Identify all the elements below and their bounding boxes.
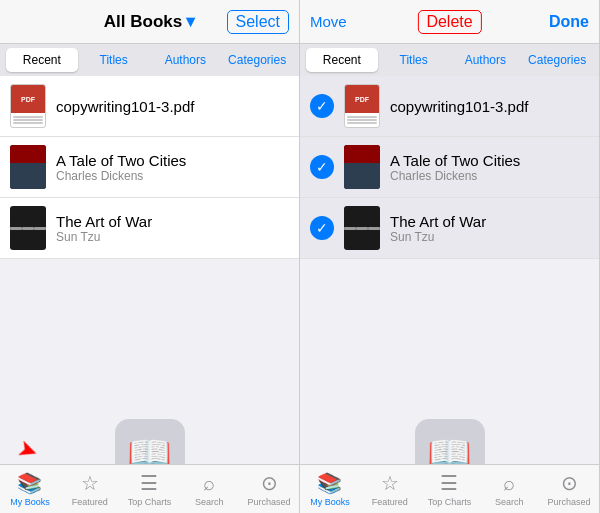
tab-bar-search-right[interactable]: ⌕ Search xyxy=(479,472,539,507)
book-item-cities-left[interactable]: A Tale of Two Cities Charles Dickens xyxy=(0,137,299,198)
book-author-cities-left: Charles Dickens xyxy=(56,169,289,183)
placeholder-icon-left: 📖 xyxy=(115,419,185,464)
tab-recent-right[interactable]: Recent xyxy=(306,48,378,72)
right-tabs: Recent Titles Authors Categories xyxy=(300,44,599,76)
mybooks-label-left: My Books xyxy=(10,497,50,507)
book-info-war-right: The Art of War Sun Tzu xyxy=(390,213,589,244)
left-panel: All Books ▾ Select Recent Titles Authors… xyxy=(0,0,300,513)
move-button[interactable]: Move xyxy=(310,13,347,30)
mybooks-icon-left: 📚 xyxy=(17,471,42,495)
tab-bar-purchased-left[interactable]: ⊙ Purchased xyxy=(239,471,299,507)
left-bottom-area: ➤ 📚 My Books ☆ Featured ☰ Top Charts ⌕ S… xyxy=(0,464,299,513)
book-item-war-right[interactable]: ✓ The Art of War Sun Tzu xyxy=(300,198,599,259)
check-pdf-right: ✓ xyxy=(310,94,334,118)
purchased-label-right: Purchased xyxy=(548,497,591,507)
book-title-war-left: The Art of War xyxy=(56,213,289,230)
war-cover-right xyxy=(344,206,380,250)
search-icon-right: ⌕ xyxy=(503,472,515,495)
tab-bar-topcharts-left[interactable]: ☰ Top Charts xyxy=(120,471,180,507)
left-header: All Books ▾ Select xyxy=(0,0,299,44)
check-war-right: ✓ xyxy=(310,216,334,240)
select-button[interactable]: Select xyxy=(227,10,289,34)
right-book-list: ✓ PDF copywriting101-3.pdf ✓ A Tale of T… xyxy=(300,76,599,464)
purchased-label-left: Purchased xyxy=(248,497,291,507)
tab-authors-right[interactable]: Authors xyxy=(450,48,522,72)
book-info-cities-left: A Tale of Two Cities Charles Dickens xyxy=(56,152,289,183)
featured-label-left: Featured xyxy=(72,497,108,507)
tab-recent-left[interactable]: Recent xyxy=(6,48,78,72)
done-button[interactable]: Done xyxy=(549,13,589,31)
book-title-pdf-right: copywriting101-3.pdf xyxy=(390,98,589,115)
check-cities-right: ✓ xyxy=(310,155,334,179)
search-icon-left: ⌕ xyxy=(203,472,215,495)
book-item-cities-right[interactable]: ✓ A Tale of Two Cities Charles Dickens xyxy=(300,137,599,198)
book-info-pdf-left: copywriting101-3.pdf xyxy=(56,98,289,115)
book-item-pdf-left[interactable]: PDF copywriting101-3.pdf xyxy=(0,76,299,137)
mybooks-label-right: My Books xyxy=(310,497,350,507)
pdf-cover-right: PDF xyxy=(344,84,380,128)
left-header-title: All Books ▾ xyxy=(104,11,195,32)
book-item-war-left[interactable]: The Art of War Sun Tzu xyxy=(0,198,299,259)
all-books-label: All Books xyxy=(104,12,182,32)
delete-button[interactable]: Delete xyxy=(417,10,481,34)
empty-area-left xyxy=(0,259,299,379)
tab-titles-right[interactable]: Titles xyxy=(378,48,450,72)
tab-categories-right[interactable]: Categories xyxy=(521,48,593,72)
tab-authors-left[interactable]: Authors xyxy=(150,48,222,72)
topcharts-label-left: Top Charts xyxy=(128,497,172,507)
tab-bar-mybooks-right[interactable]: 📚 My Books xyxy=(300,471,360,507)
tab-categories-left[interactable]: Categories xyxy=(221,48,293,72)
book-item-pdf-right[interactable]: ✓ PDF copywriting101-3.pdf xyxy=(300,76,599,137)
right-panel: Move Delete Done Recent Titles Authors C… xyxy=(300,0,600,513)
right-tab-bar: 📚 My Books ☆ Featured ☰ Top Charts ⌕ Sea… xyxy=(300,464,599,513)
book-info-war-left: The Art of War Sun Tzu xyxy=(56,213,289,244)
tab-bar-featured-right[interactable]: ☆ Featured xyxy=(360,471,420,507)
placeholder-icon-right: 📖 xyxy=(415,419,485,464)
tab-bar-search-left[interactable]: ⌕ Search xyxy=(179,472,239,507)
book-title-cities-right: A Tale of Two Cities xyxy=(390,152,589,169)
search-label-right: Search xyxy=(495,497,524,507)
featured-label-right: Featured xyxy=(372,497,408,507)
tab-bar-featured-left[interactable]: ☆ Featured xyxy=(60,471,120,507)
search-label-left: Search xyxy=(195,497,224,507)
book-author-war-left: Sun Tzu xyxy=(56,230,289,244)
cities-cover-right xyxy=(344,145,380,189)
purchased-icon-right: ⊙ xyxy=(561,471,578,495)
chevron-down-icon: ▾ xyxy=(186,11,195,32)
book-author-cities-right: Charles Dickens xyxy=(390,169,589,183)
book-title-pdf-left: copywriting101-3.pdf xyxy=(56,98,289,115)
left-tab-bar: 📚 My Books ☆ Featured ☰ Top Charts ⌕ Sea… xyxy=(0,464,299,513)
purchased-icon-left: ⊙ xyxy=(261,471,278,495)
book-placeholder-right: 📖 xyxy=(300,379,599,464)
war-cover-left xyxy=(10,206,46,250)
topcharts-icon-left: ☰ xyxy=(140,471,158,495)
book-author-war-right: Sun Tzu xyxy=(390,230,589,244)
book-info-cities-right: A Tale of Two Cities Charles Dickens xyxy=(390,152,589,183)
tab-bar-mybooks-left[interactable]: 📚 My Books xyxy=(0,471,60,507)
mybooks-icon-right: 📚 xyxy=(317,471,342,495)
tab-bar-topcharts-right[interactable]: ☰ Top Charts xyxy=(420,471,480,507)
topcharts-label-right: Top Charts xyxy=(428,497,472,507)
left-book-list: PDF copywriting101-3.pdf A Tale of Two C… xyxy=(0,76,299,464)
featured-icon-right: ☆ xyxy=(381,471,399,495)
book-title-war-right: The Art of War xyxy=(390,213,589,230)
featured-icon-left: ☆ xyxy=(81,471,99,495)
book-placeholder-left: 📖 xyxy=(0,379,299,464)
tab-titles-left[interactable]: Titles xyxy=(78,48,150,72)
book-title-cities-left: A Tale of Two Cities xyxy=(56,152,289,169)
tab-bar-purchased-right[interactable]: ⊙ Purchased xyxy=(539,471,599,507)
right-header: Move Delete Done xyxy=(300,0,599,44)
book-info-pdf-right: copywriting101-3.pdf xyxy=(390,98,589,115)
cities-cover-left xyxy=(10,145,46,189)
pdf-cover-left: PDF xyxy=(10,84,46,128)
topcharts-icon-right: ☰ xyxy=(440,471,458,495)
left-tabs: Recent Titles Authors Categories xyxy=(0,44,299,76)
empty-area-right xyxy=(300,259,599,379)
